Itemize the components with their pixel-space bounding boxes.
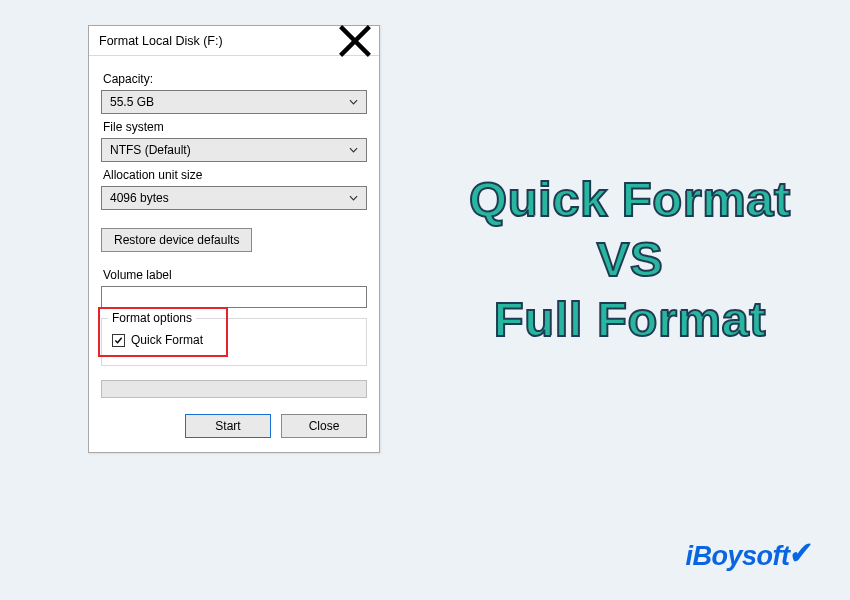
filesystem-value: NTFS (Default) bbox=[110, 143, 346, 157]
brand-name: iBoysoft bbox=[686, 541, 790, 571]
filesystem-label: File system bbox=[103, 120, 367, 134]
capacity-value: 55.5 GB bbox=[110, 95, 346, 109]
format-dialog: Format Local Disk (F:) Capacity: 55.5 GB… bbox=[88, 25, 380, 453]
capacity-label: Capacity: bbox=[103, 72, 367, 86]
filesystem-select[interactable]: NTFS (Default) bbox=[101, 138, 367, 162]
dialog-body: Capacity: 55.5 GB File system NTFS (Defa… bbox=[89, 56, 379, 452]
hero-text: Quick Format VS Full Format bbox=[435, 170, 825, 349]
format-options-label: Format options bbox=[108, 311, 196, 325]
brand-logo: iBoysoft✔ bbox=[686, 540, 811, 572]
allocation-value: 4096 bytes bbox=[110, 191, 346, 205]
quick-format-label: Quick Format bbox=[131, 333, 203, 347]
restore-defaults-label: Restore device defaults bbox=[114, 233, 239, 247]
quick-format-row[interactable]: Quick Format bbox=[112, 333, 356, 347]
window-title: Format Local Disk (F:) bbox=[99, 34, 337, 48]
start-button-label: Start bbox=[215, 419, 240, 433]
start-button[interactable]: Start bbox=[185, 414, 271, 438]
progress-bar bbox=[101, 380, 367, 398]
hero-line-3: Full Format bbox=[435, 290, 825, 350]
volume-label-label: Volume label bbox=[103, 268, 367, 282]
chevron-down-icon bbox=[346, 187, 360, 209]
allocation-select[interactable]: 4096 bytes bbox=[101, 186, 367, 210]
volume-label-input[interactable] bbox=[101, 286, 367, 308]
capacity-select[interactable]: 55.5 GB bbox=[101, 90, 367, 114]
button-row: Start Close bbox=[101, 414, 367, 438]
checkmark-icon: ✔ bbox=[785, 537, 812, 572]
close-button[interactable]: Close bbox=[281, 414, 367, 438]
allocation-label: Allocation unit size bbox=[103, 168, 367, 182]
quick-format-checkbox[interactable] bbox=[112, 334, 125, 347]
hero-line-1: Quick Format bbox=[435, 170, 825, 230]
close-button-label: Close bbox=[309, 419, 340, 433]
format-options-group: Format options Quick Format bbox=[101, 318, 367, 366]
chevron-down-icon bbox=[346, 91, 360, 113]
titlebar: Format Local Disk (F:) bbox=[89, 26, 379, 56]
restore-defaults-button[interactable]: Restore device defaults bbox=[101, 228, 252, 252]
chevron-down-icon bbox=[346, 139, 360, 161]
close-icon[interactable] bbox=[337, 28, 373, 54]
hero-line-2: VS bbox=[435, 230, 825, 290]
